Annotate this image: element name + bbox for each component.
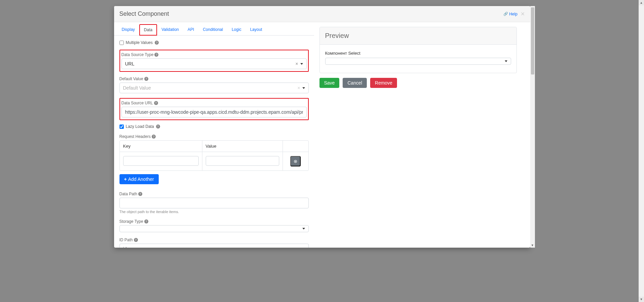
cancel-button[interactable]: Cancel — [343, 78, 367, 88]
data-source-type-select[interactable]: URL × — [121, 58, 307, 69]
storage-type-select[interactable] — [119, 225, 309, 232]
data-source-type-label: Data Source Type ? — [121, 52, 159, 57]
tab-api[interactable]: API — [183, 24, 198, 36]
help-icon[interactable]: ? — [156, 124, 160, 129]
help-icon[interactable]: ? — [152, 135, 156, 139]
scroll-down-icon[interactable]: ▼ — [530, 243, 535, 248]
help-icon[interactable]: ? — [155, 41, 159, 45]
modal-scrollbar[interactable]: ▲ ▼ — [530, 6, 535, 248]
storage-type-label: Storage Type ? — [119, 219, 148, 224]
data-source-url-group: Data Source URL ? — [119, 98, 309, 120]
header-value-column: Value — [202, 141, 283, 152]
request-headers-label: Request Headers ? — [119, 134, 156, 139]
data-source-type-group: Data Source Type ? URL × — [119, 50, 309, 72]
preview-card: Preview Компонент Select — [319, 27, 517, 73]
lazy-load-group: Lazy Load Data ? — [119, 124, 309, 129]
preview-header: Preview — [320, 27, 516, 45]
id-path-label: ID Path ? — [119, 238, 138, 242]
delete-icon: ⊗ — [294, 159, 297, 164]
data-path-help: The object path to the iterable items. — [119, 210, 309, 214]
help-link[interactable]: 🔗 Help — [503, 12, 517, 16]
remove-button[interactable]: Remove — [370, 78, 397, 88]
tab-logic[interactable]: Logic — [227, 24, 246, 36]
header-key-input[interactable] — [123, 156, 199, 166]
chevron-down-icon — [302, 228, 305, 230]
preview-title: Preview — [325, 32, 349, 39]
preview-select[interactable] — [325, 58, 511, 65]
tab-conditional[interactable]: Conditional — [198, 24, 227, 36]
scroll-down-icon[interactable]: ▼ — [639, 297, 644, 302]
page-scrollbar[interactable]: ▲ ▼ — [639, 0, 644, 302]
help-icon[interactable]: ? — [154, 101, 158, 105]
storage-type-group: Storage Type ? — [119, 218, 309, 232]
tab-data[interactable]: Data — [139, 24, 157, 36]
request-headers-table: Key Value ⊗ — [119, 140, 309, 171]
chevron-down-icon — [505, 60, 507, 62]
tab-layout[interactable]: Layout — [246, 24, 266, 36]
header-value-input[interactable] — [206, 156, 279, 166]
header-key-column: Key — [120, 141, 202, 152]
default-value-select[interactable]: Default Value × — [119, 83, 309, 93]
help-icon[interactable]: ? — [144, 77, 148, 81]
preview-body: Компонент Select — [320, 45, 516, 73]
select-clear-icon[interactable]: × — [295, 61, 298, 66]
default-value-group: Default Value ? Default Value × — [119, 76, 309, 93]
select-clear-icon[interactable]: × — [297, 85, 300, 91]
modal-header: Select Component 🔗 Help × — [114, 6, 530, 22]
tabs-list: Display Data Validation API Conditional … — [114, 24, 314, 36]
help-icon[interactable]: ? — [144, 219, 148, 223]
chevron-down-icon — [302, 87, 305, 89]
multiple-values-checkbox[interactable] — [119, 41, 124, 45]
preview-component-label: Компонент Select — [325, 51, 511, 56]
help-icon[interactable]: ? — [134, 238, 138, 242]
delete-header-button[interactable]: ⊗ — [290, 156, 301, 166]
lazy-load-label[interactable]: Lazy Load Data — [126, 124, 154, 129]
help-icon[interactable]: ? — [154, 53, 158, 57]
data-path-input[interactable] — [119, 198, 309, 208]
help-icon[interactable]: ? — [138, 192, 142, 196]
chevron-down-icon — [300, 63, 303, 65]
component-edit-modal: Select Component 🔗 Help × Display Data — [114, 6, 530, 248]
id-path-input[interactable] — [119, 244, 309, 248]
data-source-url-input[interactable] — [121, 107, 307, 117]
close-icon[interactable]: × — [521, 10, 525, 18]
tab-display[interactable]: Display — [117, 24, 139, 36]
modal-title: Select Component — [119, 10, 169, 17]
id-path-group: ID Path ? — [119, 237, 309, 248]
add-another-button[interactable]: + Add Another — [119, 174, 159, 184]
scroll-thumb[interactable] — [531, 7, 534, 74]
data-path-label: Data Path ? — [119, 192, 142, 196]
save-button[interactable]: Save — [319, 78, 340, 88]
data-source-url-label: Data Source URL ? — [121, 101, 158, 105]
request-headers-group: Request Headers ? Key Value — [119, 134, 309, 184]
data-path-group: Data Path ? The object path to the itera… — [119, 191, 309, 214]
multiple-values-label[interactable]: Multiple Values — [126, 40, 153, 45]
plus-icon: + — [124, 177, 127, 182]
lazy-load-checkbox[interactable] — [119, 124, 124, 129]
action-buttons: Save Cancel Remove — [319, 78, 517, 88]
scroll-up-icon[interactable]: ▲ — [639, 0, 644, 5]
multiple-values-group: Multiple Values ? — [119, 40, 309, 45]
tab-validation[interactable]: Validation — [157, 24, 183, 36]
default-value-label: Default Value ? — [119, 77, 148, 81]
link-icon: 🔗 — [503, 12, 508, 16]
